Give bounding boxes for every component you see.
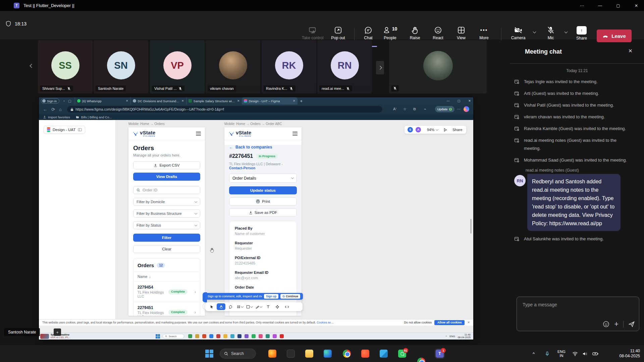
browser-close-button[interactable]: ✕ — [465, 97, 475, 105]
taskbar-app-icon[interactable] — [252, 334, 256, 338]
mic-options-chevron-icon[interactable] — [565, 30, 568, 34]
participant-tile[interactable]: RN read.ai mee... — [317, 40, 372, 94]
tab-whatsapp[interactable]: (6) WhatsApp✕ — [75, 97, 130, 105]
react-button[interactable]: React — [428, 26, 448, 40]
browser-menu-icon[interactable]: ⋯ — [457, 107, 461, 111]
collaborator-avatar[interactable]: S — [408, 127, 413, 132]
deny-cookies-button[interactable]: Do not allow cookies — [404, 321, 432, 324]
collections-icon[interactable]: ⧉ — [413, 107, 416, 111]
browser-update-button[interactable]: Update — [435, 106, 454, 112]
canvas-scrollbar[interactable] — [470, 219, 472, 234]
edge-icon[interactable] — [324, 350, 332, 358]
tab-salary-sheet[interactable]: Sample Salary Structure with calc✕ — [186, 97, 242, 105]
taskbar-search[interactable]: Search — [220, 349, 256, 359]
taskbar-app-icon[interactable] — [237, 334, 241, 338]
filter-structure-select[interactable]: Filter by Business Structure — [133, 209, 200, 218]
browser-profile-button[interactable]: Sign in — [41, 98, 59, 104]
clear-button[interactable]: Clear — [133, 245, 200, 253]
import-favorites-button[interactable]: Import favorites — [43, 115, 70, 119]
cookie-close-icon[interactable]: ✕ — [467, 321, 470, 324]
chrome-profile-icon[interactable] — [417, 358, 425, 362]
filter-domicile-select[interactable]: Filter by Domicile — [133, 198, 200, 206]
attach-plus-icon[interactable]: + — [614, 321, 619, 327]
cookie-settings-link[interactable]: Cookies settings — [317, 321, 334, 324]
figma-frame-orders[interactable]: vState FILINGS Orders Manage all your or… — [128, 127, 205, 316]
camera-options-chevron-icon[interactable] — [533, 30, 536, 34]
new-tab-button[interactable]: + — [300, 99, 303, 104]
camera-button[interactable]: Camera — [508, 26, 529, 40]
tab-close-icon[interactable]: ✕ — [126, 99, 128, 103]
take-control-button[interactable]: Take control — [299, 26, 326, 40]
more-button[interactable]: ••• More — [474, 26, 494, 40]
participant-tile[interactable]: vikram chavan — [206, 40, 260, 94]
chat-message-input[interactable]: Type a message + — [517, 297, 639, 331]
inner-search-box[interactable]: Search — [163, 334, 184, 339]
chat-panel-close-button[interactable]: ✕ — [628, 48, 633, 54]
send-icon[interactable] — [628, 321, 635, 327]
shape-tool-button[interactable] — [245, 303, 254, 310]
window-close-button[interactable]: ✕ — [629, 0, 644, 11]
presenter-add-button[interactable]: + — [54, 328, 61, 336]
taskbar-app-icon[interactable] — [273, 334, 277, 338]
order-row[interactable]: 2279451 TL Flex Holdings LLC Complete › — [133, 302, 200, 316]
participant-tile[interactable]: RK Ravindra K... — [262, 40, 316, 94]
save-as-pdf-button[interactable]: Save as PDF — [229, 208, 297, 217]
column-name-header[interactable]: Name — [138, 275, 147, 279]
taskbar-app-icon[interactable] — [230, 334, 234, 338]
window-more-button[interactable]: ⋯ — [574, 0, 590, 11]
tab-close-icon[interactable]: ✕ — [181, 99, 184, 103]
taskbar-app-icon[interactable] — [223, 334, 227, 338]
inner-system-tray[interactable]: ^ ENG 11:40 08-04-2025 — [446, 334, 473, 339]
strip-scroll-left-icon[interactable] — [30, 64, 34, 68]
hand-tool-button[interactable] — [217, 303, 225, 310]
present-icon[interactable] — [443, 128, 447, 132]
figma-canvas[interactable]: Design - UAT Mobile: Home → Orders vStat… — [39, 120, 473, 340]
taskbar-app-icon[interactable] — [259, 334, 263, 338]
zoom-select[interactable]: 94% — [427, 128, 438, 132]
vscode-icon[interactable] — [380, 350, 388, 358]
contact-person-link[interactable]: Contact-Person — [229, 166, 255, 170]
view-drafts-button[interactable]: View Drafts — [133, 173, 200, 181]
figma-share-button[interactable]: Share — [452, 128, 462, 132]
tab-figma-active[interactable]: Design - UAT – Figma✕ — [242, 97, 298, 105]
hamburger-menu-icon[interactable] — [196, 132, 201, 135]
figma-doc-pill[interactable]: Design - UAT — [44, 126, 85, 134]
chat-message-list[interactable]: Today 11:21 Tejas Ingle was invited to t… — [514, 68, 640, 247]
chat-message[interactable]: RN Redberyl and Santosh added read.ai me… — [514, 174, 640, 231]
copilot-icon[interactable] — [464, 106, 469, 112]
update-status-button[interactable]: Update status — [229, 186, 297, 194]
taskbar-app-icon[interactable] — [202, 334, 206, 338]
pop-out-button[interactable]: Pop out — [328, 26, 348, 40]
allow-cookies-button[interactable]: Allow all cookies — [434, 320, 465, 325]
taskbar-app-icon[interactable] — [188, 334, 192, 338]
tab-close-icon[interactable]: ✕ — [293, 99, 296, 103]
print-button[interactable]: Print — [229, 197, 297, 205]
resources-tool-button[interactable] — [273, 303, 282, 310]
participant-tile[interactable]: SS Shivani Sup... — [38, 40, 93, 94]
hamburger-menu-icon[interactable] — [292, 132, 298, 135]
share-button[interactable]: ↑ Share — [572, 26, 591, 41]
tray-mic-icon[interactable] — [545, 345, 550, 362]
move-tool-button[interactable] — [207, 303, 216, 310]
text-tool-button[interactable] — [264, 303, 272, 310]
sort-arrow-icon[interactable]: ↓ — [149, 275, 151, 279]
participant-tile[interactable]: SN Santosh Narate — [94, 40, 148, 94]
chat-button[interactable]: Chat — [358, 26, 378, 40]
browser-maximize-button[interactable]: ▢ — [454, 97, 464, 105]
participant-tile-spotlight[interactable] — [389, 40, 487, 94]
extensions-icon[interactable]: ⌁ — [424, 107, 426, 111]
browser-home-icon[interactable]: ⌂ — [59, 107, 62, 112]
taskbar-clock[interactable]: 11:4008-04-2025 — [608, 345, 640, 362]
tab-actions-icon[interactable]: ▢ — [68, 99, 71, 103]
frame-tool-button[interactable] — [235, 303, 244, 310]
taskbar-app-icon[interactable] — [209, 334, 213, 338]
dev-mode-button[interactable] — [282, 303, 291, 310]
google-continue-button[interactable]: G Continue — [280, 294, 300, 299]
emoji-icon[interactable] — [603, 321, 609, 327]
battery-icon[interactable] — [592, 345, 599, 362]
language-indicator[interactable]: ENGIN — [557, 345, 566, 362]
participant-tile[interactable]: VP Vishal Patil ... — [150, 40, 205, 94]
whatsapp-icon[interactable]: 81 — [398, 350, 406, 358]
taskbar-app-icon[interactable] — [266, 334, 270, 338]
taskbar-app-icon[interactable] — [280, 334, 284, 338]
